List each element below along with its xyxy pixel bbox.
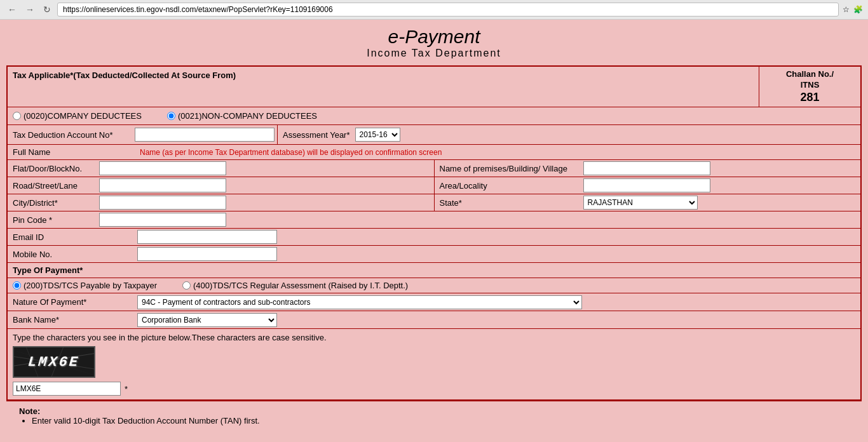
bank-select[interactable]: Corporation Bank: [137, 313, 277, 327]
payment-type-options: (200)TDS/TCS Payable by Taxpayer (400)TD…: [8, 278, 860, 293]
bank-name-label: Bank Name*: [8, 314, 135, 326]
state-label: State*: [435, 197, 581, 209]
refresh-button[interactable]: ↻: [41, 3, 53, 16]
nature-of-payment-row: Nature Of Payment* 94C - Payment of cont…: [8, 293, 860, 311]
captcha-input[interactable]: [13, 382, 121, 396]
premises-input[interactable]: [583, 161, 710, 175]
state-input-wrapper: RAJASTHAN: [581, 194, 861, 211]
challan-label: Challan No./: [767, 69, 853, 79]
fullname-note: Name (as per Income Tax Department datab…: [135, 147, 447, 158]
city-label: City/District*: [8, 197, 97, 209]
area-input[interactable]: [583, 178, 710, 192]
pincode-row: Pin Code *: [8, 211, 860, 229]
tan-input[interactable]: [135, 128, 275, 142]
bank-select-wrapper: Corporation Bank: [135, 312, 280, 328]
flat-input[interactable]: [99, 161, 226, 175]
payment-200-radio[interactable]: [13, 281, 21, 290]
mobile-input-wrapper: [135, 246, 280, 262]
forward-button[interactable]: →: [23, 3, 37, 16]
pin-right-spacer: [434, 211, 860, 228]
back-button[interactable]: ←: [5, 3, 19, 16]
bank-name-row: Bank Name* Corporation Bank: [8, 311, 860, 329]
premises-label: Name of premises/Building/ Village: [435, 163, 581, 175]
non-company-deductee-option[interactable]: (0021)NON-COMPANY DEDUCTEES: [167, 111, 317, 121]
flat-input-wrapper: [97, 160, 434, 177]
road-area-row: Road/Street/Lane Area/Locality: [8, 177, 860, 194]
page-subtitle: Income Tax Department: [6, 48, 862, 59]
assessment-year-label: Assessment Year*: [283, 130, 350, 140]
note-section: Note: Enter valid 10-digit Tax Deduction…: [6, 401, 862, 431]
payment-option-400[interactable]: (400)TDS/TCS Regular Assessment (Raised …: [182, 281, 408, 290]
fullname-label: Full Name: [8, 145, 135, 159]
company-deductee-option[interactable]: (0020)COMPANY DEDUCTEES: [13, 111, 142, 121]
challan-box: Challan No./ ITNS 281: [759, 67, 860, 107]
page-title-section: e-Payment Income Tax Department: [6, 20, 862, 60]
browser-bar: ← → ↻ ☆ 🧩: [0, 0, 868, 20]
challan-number: 281: [767, 91, 853, 104]
premises-input-wrapper: [581, 160, 861, 177]
captcha-section: Type the characters you see in the pictu…: [8, 329, 860, 400]
note-title: Note:: [19, 406, 849, 416]
city-left: City/District*: [8, 194, 435, 211]
captcha-image: LMX6E: [13, 346, 95, 378]
payment-option-200[interactable]: (200)TDS/TCS Payable by Taxpayer: [13, 281, 157, 290]
deductee-type-row: (0020)COMPANY DEDUCTEES (0021)NON-COMPAN…: [8, 107, 860, 125]
flat-label: Flat/Door/BlockNo.: [8, 163, 97, 175]
payment-type-header: Type Of Payment*: [8, 263, 860, 278]
area-label: Area/Locality: [435, 180, 581, 192]
tax-applicable-label: Tax Applicable*(Tax Deducted/Collected A…: [8, 67, 241, 84]
city-input-wrapper: [97, 194, 434, 211]
note-list: Enter valid 10-digit Tax Deduction Accou…: [32, 416, 849, 425]
assessment-section: Assessment Year* 2015-16: [277, 125, 860, 144]
captcha-display-text: LMX6E: [27, 354, 80, 370]
pincode-input-wrapper: [97, 211, 434, 228]
email-row: Email ID: [8, 229, 860, 246]
email-input[interactable]: [137, 230, 277, 244]
premises-right: Name of premises/Building/ Village: [435, 160, 861, 177]
nature-of-payment-label: Nature Of Payment*: [8, 296, 135, 308]
captcha-instruction: Type the characters you see in the pictu…: [13, 333, 855, 342]
road-input-wrapper: [97, 177, 434, 194]
tan-assessment-row: Tax Deduction Account No* Assessment Yea…: [8, 125, 860, 145]
nature-select-wrapper: 94C - Payment of contractors and sub-con…: [135, 294, 585, 311]
bookmark-icon: ☆: [843, 5, 850, 14]
road-left: Road/Street/Lane: [8, 177, 435, 194]
extension-icon: 🧩: [853, 5, 863, 14]
non-company-deductee-radio[interactable]: [167, 112, 175, 120]
pincode-input[interactable]: [99, 213, 226, 227]
url-bar[interactable]: [57, 3, 839, 17]
main-form: Tax Applicable*(Tax Deducted/Collected A…: [6, 65, 862, 401]
flat-left: Flat/Door/BlockNo.: [8, 160, 435, 177]
pin-left: Pin Code *: [8, 211, 434, 228]
page-container: e-Payment Income Tax Department Tax Appl…: [0, 20, 868, 442]
city-input[interactable]: [99, 196, 226, 210]
state-select[interactable]: RAJASTHAN: [583, 196, 698, 210]
mobile-row: Mobile No.: [8, 246, 860, 263]
captcha-input-row: *: [13, 382, 855, 396]
company-deductee-radio[interactable]: [13, 112, 21, 120]
payment-type-section: Type Of Payment* (200)TDS/TCS Payable by…: [8, 263, 860, 293]
challan-itns: ITNS: [767, 80, 853, 90]
road-input[interactable]: [99, 178, 226, 192]
email-input-wrapper: [135, 229, 280, 245]
nature-select[interactable]: 94C - Payment of contractors and sub-con…: [137, 295, 582, 309]
email-label: Email ID: [8, 231, 135, 243]
area-right: Area/Locality: [435, 177, 861, 194]
tan-label: Tax Deduction Account No*: [8, 128, 135, 142]
tan-input-area: Assessment Year* 2015-16: [135, 125, 860, 144]
mobile-input[interactable]: [137, 247, 277, 261]
state-right: State* RAJASTHAN: [435, 194, 861, 211]
page-main-title: e-Payment: [6, 26, 862, 48]
mobile-label: Mobile No.: [8, 248, 135, 260]
payment-400-radio[interactable]: [182, 281, 191, 290]
assessment-year-select[interactable]: 2015-16: [355, 128, 400, 142]
note-item-1: Enter valid 10-digit Tax Deduction Accou…: [32, 416, 849, 425]
captcha-required-marker: *: [125, 384, 128, 394]
area-input-wrapper: [581, 177, 861, 194]
road-label: Road/Street/Lane: [8, 180, 97, 192]
flat-premises-row: Flat/Door/BlockNo. Name of premises/Buil…: [8, 160, 860, 177]
pincode-label: Pin Code *: [8, 214, 97, 226]
city-state-row: City/District* State* RAJASTHAN: [8, 194, 860, 211]
fullname-row: Full Name Name (as per Income Tax Depart…: [8, 145, 860, 160]
form-header: Tax Applicable*(Tax Deducted/Collected A…: [8, 67, 860, 107]
